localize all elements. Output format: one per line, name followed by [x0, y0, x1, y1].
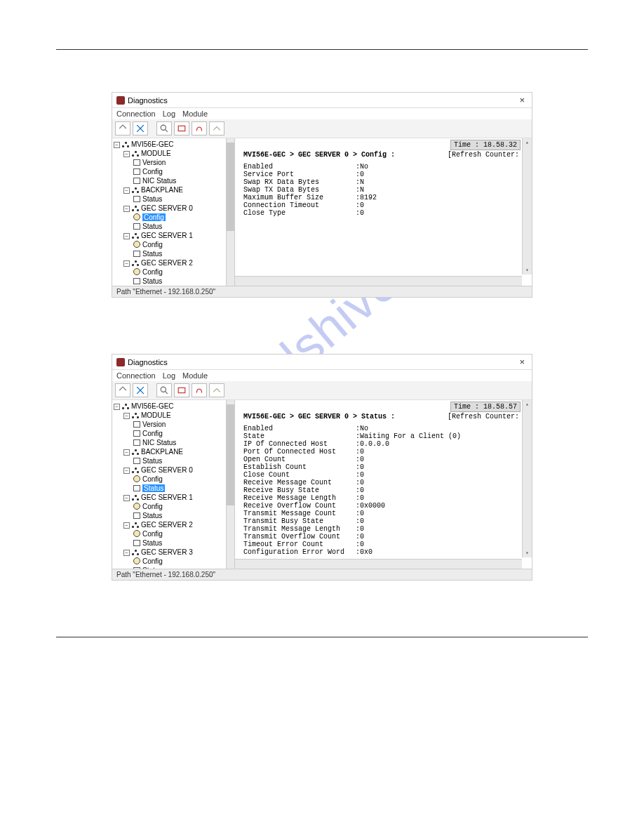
scroll-down-icon[interactable]: ▾: [523, 549, 532, 557]
toolbar: [112, 381, 532, 400]
document-icon: [133, 196, 140, 202]
tree-item-server2-status[interactable]: Status: [114, 538, 224, 548]
tree-backplane[interactable]: −BACKPLANE: [114, 185, 224, 194]
tree-pane[interactable]: −MVI56E-GEC−MODULEVersionConfigNIC Statu…: [112, 400, 235, 569]
close-icon[interactable]: ×: [516, 357, 528, 367]
kv-key: Close Type: [243, 209, 356, 217]
menu-module[interactable]: Module: [182, 371, 208, 380]
tree-server-1[interactable]: −GEC SERVER 1: [114, 493, 224, 502]
tree-server-2[interactable]: −GEC SERVER 2: [114, 520, 224, 529]
kv-value: :0: [356, 201, 364, 209]
toggle-icon[interactable]: −: [114, 404, 120, 410]
detail-hscroll[interactable]: [235, 276, 522, 286]
app-icon: [116, 96, 125, 105]
tree-item-server0-config[interactable]: Config: [114, 475, 224, 484]
kv-row: Enabled:No: [243, 425, 532, 432]
kv-row: Transmit Message Count:0: [243, 510, 532, 517]
tree-server-3[interactable]: −GEC SERVER 3: [114, 548, 224, 557]
tree-item-server3-status[interactable]: Status: [114, 566, 224, 569]
tree-server-2[interactable]: −GEC SERVER 2: [114, 258, 224, 267]
tree-item-version[interactable]: Version: [114, 158, 224, 167]
toggle-icon[interactable]: −: [123, 495, 130, 501]
tree-item-config[interactable]: Config: [114, 167, 224, 176]
toolbar-btn-3-search-icon[interactable]: [156, 121, 172, 135]
kv-key: Service Port: [243, 171, 356, 178]
close-icon[interactable]: ×: [516, 95, 528, 105]
tree-module[interactable]: −MODULE: [114, 411, 224, 420]
tree-item-nic-status[interactable]: NIC Status: [114, 438, 224, 447]
menu-connection[interactable]: Connection: [116, 110, 156, 118]
tree-server-0[interactable]: −GEC SERVER 0: [114, 204, 224, 213]
tree-item-server2-config[interactable]: Config: [114, 267, 224, 277]
scroll-up-icon[interactable]: ▴: [523, 400, 532, 409]
tree-item-status[interactable]: Status: [114, 456, 224, 465]
kv-row: Port Of Connected Host:0: [243, 448, 532, 456]
titlebar[interactable]: Diagnostics ×: [112, 93, 532, 108]
tree-backplane[interactable]: −BACKPLANE: [114, 447, 224, 456]
toggle-icon[interactable]: −: [123, 413, 130, 419]
tree-item-server0-config[interactable]: Config: [114, 213, 224, 222]
toolbar-btn-3-search-icon[interactable]: [156, 383, 172, 397]
toolbar-btn-4[interactable]: [174, 121, 189, 135]
tree-server-1[interactable]: −GEC SERVER 1: [114, 231, 224, 240]
toggle-icon[interactable]: −: [123, 187, 130, 194]
network-icon: [132, 151, 139, 157]
titlebar[interactable]: Diagnostics ×: [112, 355, 532, 370]
toolbar-btn-5[interactable]: [192, 383, 207, 397]
network-icon: [132, 550, 139, 555]
toggle-icon[interactable]: −: [114, 142, 120, 148]
kv-key: Receive Message Length: [243, 494, 356, 502]
tree-item-server2-status[interactable]: Status: [114, 277, 224, 286]
tree-item-server3-config[interactable]: Config: [114, 557, 224, 566]
tree-item-nic-status[interactable]: NIC Status: [114, 176, 224, 185]
svg-rect-5: [178, 388, 185, 392]
detail-hscroll[interactable]: [235, 559, 522, 569]
tree-item-server1-config[interactable]: Config: [114, 502, 224, 511]
svg-line-4: [165, 391, 168, 394]
toggle-icon[interactable]: −: [123, 151, 130, 157]
tree-root[interactable]: −MVI56E-GEC: [114, 140, 224, 149]
gear-icon: [133, 268, 140, 275]
tree-item-version[interactable]: Version: [114, 420, 224, 429]
scroll-down-icon[interactable]: ▾: [523, 266, 532, 274]
toolbar-btn-6[interactable]: [209, 121, 224, 135]
tree-scrollbar[interactable]: [226, 138, 234, 286]
toolbar-btn-2[interactable]: [133, 121, 148, 135]
tree-item-server0-status[interactable]: Status: [114, 222, 224, 231]
toggle-icon[interactable]: −: [123, 522, 130, 529]
menu-connection[interactable]: Connection: [116, 371, 156, 380]
menu-log[interactable]: Log: [163, 110, 175, 118]
tree-item-status[interactable]: Status: [114, 194, 224, 204]
document-icon: [133, 223, 140, 230]
menu-log[interactable]: Log: [163, 371, 175, 380]
tree-item-server2-config[interactable]: Config: [114, 529, 224, 538]
kv-row: IP Of Connected Host:0.0.0.0: [243, 440, 532, 448]
toolbar-btn-6[interactable]: [209, 383, 224, 397]
toggle-icon[interactable]: −: [123, 233, 130, 239]
network-icon: [132, 449, 139, 455]
scroll-up-icon[interactable]: ▴: [523, 138, 532, 147]
toggle-icon[interactable]: −: [123, 468, 130, 474]
toolbar-btn-4[interactable]: [174, 383, 189, 397]
tree-root[interactable]: −MVI56E-GEC: [114, 402, 224, 411]
tree-item-server1-config[interactable]: Config: [114, 240, 224, 249]
toolbar-btn-1[interactable]: [115, 383, 130, 397]
tree-item-server1-status[interactable]: Status: [114, 249, 224, 258]
toolbar-btn-2[interactable]: [133, 383, 148, 397]
toolbar-btn-5[interactable]: [192, 121, 207, 135]
toggle-icon[interactable]: −: [123, 260, 130, 267]
toggle-icon[interactable]: −: [123, 206, 130, 212]
detail-vscroll[interactable]: ▴ ▾: [522, 400, 532, 557]
tree-item-server0-status[interactable]: Status: [114, 484, 224, 493]
toolbar-btn-1[interactable]: [115, 121, 130, 135]
tree-item-server1-status[interactable]: Status: [114, 511, 224, 520]
tree-item-config[interactable]: Config: [114, 429, 224, 438]
toggle-icon[interactable]: −: [123, 550, 130, 556]
tree-server-0[interactable]: −GEC SERVER 0: [114, 465, 224, 475]
tree-scrollbar[interactable]: [226, 400, 234, 569]
toggle-icon[interactable]: −: [123, 449, 130, 456]
menu-module[interactable]: Module: [182, 110, 208, 118]
tree-pane[interactable]: −MVI56E-GEC−MODULEVersionConfigNIC Statu…: [112, 138, 235, 286]
detail-vscroll[interactable]: ▴ ▾: [522, 138, 532, 274]
tree-module[interactable]: −MODULE: [114, 149, 224, 158]
